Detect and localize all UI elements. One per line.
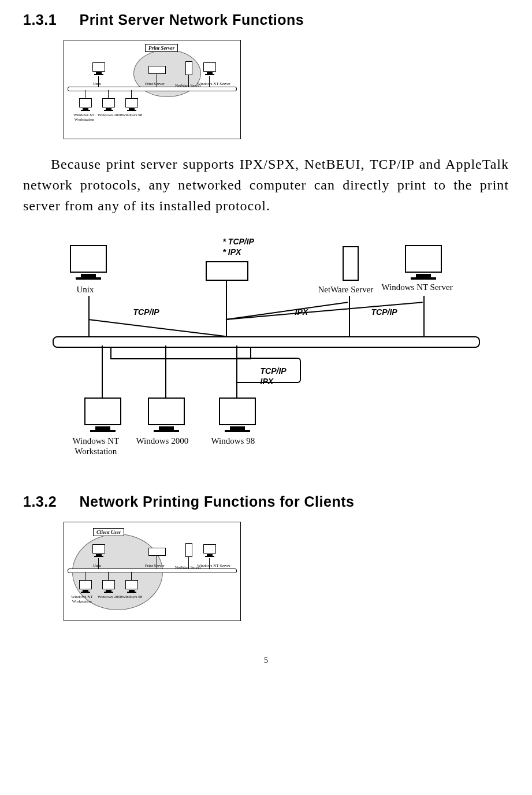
node-windows-2000 (102, 98, 116, 112)
label-unix-2: Unix (93, 564, 101, 569)
proto-tcpip-left: TCP/IP (133, 307, 159, 317)
label-print-server: Print Server (145, 82, 165, 87)
big-label-w98: Windows 98 (211, 436, 255, 446)
label-nt-workstation: Windows NT Workstation (73, 113, 95, 122)
diagram-client-user-overview: Client User Unix Print Server NetWare Se… (64, 522, 241, 621)
connector (108, 572, 109, 580)
badge-client-user: Client User (93, 528, 124, 536)
label-w2000: Windows 2000 (98, 113, 122, 118)
label-nt-workstation-2: Windows NT Workstation (71, 595, 93, 604)
proto-tcpip-top: * TCP/IP (223, 237, 254, 246)
node-nt-workstation (79, 98, 92, 112)
section-heading-2: 1.3.2 Network Printing Functions for Cli… (23, 493, 509, 510)
big-label-nt-server: Windows NT Server (382, 282, 453, 292)
connector (423, 296, 425, 336)
node-nt-workstation-2 (79, 580, 92, 594)
section-heading-1: 1.3.1 Print Server Network Functions (23, 12, 509, 28)
bracket (110, 347, 251, 359)
node-print-server (148, 66, 166, 80)
node-windows-2000-2 (102, 580, 116, 594)
label-nt-server: Windows NT Server (197, 82, 230, 87)
section-title-2: Network Printing Functions for Clients (79, 493, 354, 510)
big-label-unix: Unix (77, 284, 94, 295)
proto-tcpip-right: TCP/IP (371, 307, 397, 317)
connector (102, 346, 103, 398)
node-unix (92, 62, 106, 76)
connector (85, 90, 85, 98)
big-label-netware: NetWare Server (318, 284, 374, 295)
node-windows-98-2 (125, 580, 139, 594)
connector (226, 280, 227, 336)
label-unix: Unix (93, 82, 101, 87)
section-title-1: Print Server Network Functions (79, 12, 304, 28)
node-netware-2 (185, 543, 192, 557)
body-paragraph: Because print server supports IPX/SPX, N… (23, 154, 509, 216)
diagram-print-server-overview: Print Server Unix Print Server NetWare S… (64, 40, 241, 139)
section-number-2: 1.3.2 (23, 493, 75, 510)
connector (349, 296, 350, 336)
big-node-nt-workstation (84, 398, 121, 432)
diagram-protocols: * TCP/IP * IPX Unix NetWare Server Windo… (53, 233, 480, 465)
node-nt-server (203, 62, 217, 76)
network-bus-big (53, 336, 480, 348)
node-windows-98 (125, 98, 139, 112)
page-number: 5 (23, 656, 509, 665)
connector (88, 296, 90, 336)
bracket-right (236, 358, 301, 383)
node-print-server-2 (148, 548, 166, 562)
big-node-unix (70, 245, 107, 280)
network-bus (68, 87, 237, 91)
big-label-nt-workstation: Windows NT Workstation (73, 436, 120, 456)
section-number-1: 1.3.1 (23, 12, 75, 28)
badge-print-server: Print Server (145, 44, 178, 52)
label-w98-2: Windows 98 (122, 595, 142, 600)
node-nt-server-2 (203, 544, 217, 558)
connector (85, 572, 85, 580)
network-bus-2 (68, 569, 237, 573)
node-netware (185, 61, 192, 75)
label-print-server-2: Print Server (145, 564, 165, 569)
proto-ipx-top: * IPX (223, 247, 241, 257)
label-nt-server-2: Windows NT Server (197, 564, 230, 569)
big-node-w2000 (148, 398, 185, 432)
big-node-print-server (206, 261, 248, 281)
connector (131, 90, 132, 98)
label-w98: Windows 98 (122, 113, 142, 118)
connector (108, 90, 109, 98)
big-node-netware (343, 246, 359, 281)
big-label-w2000: Windows 2000 (136, 436, 189, 446)
connector (131, 572, 132, 580)
node-unix-2 (92, 544, 106, 558)
big-node-nt-server (405, 245, 442, 280)
big-node-w98 (219, 398, 256, 432)
connector-diag (88, 319, 224, 337)
label-w2000-2: Windows 2000 (98, 595, 122, 600)
